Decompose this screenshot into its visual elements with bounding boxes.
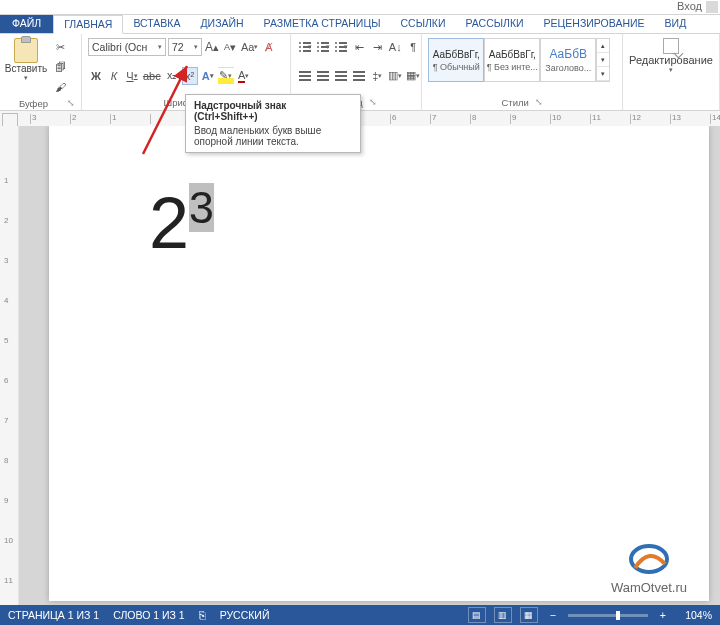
workspace: 123456789101112 23 WamOtvet.ru (0, 126, 720, 605)
bullets-button[interactable]: ▾ (297, 38, 313, 56)
tab-review[interactable]: РЕЦЕНЗИРОВАНИЕ (534, 15, 655, 33)
tab-mailings[interactable]: РАССЫЛКИ (456, 15, 534, 33)
copy-button[interactable]: 🗐 (50, 58, 70, 76)
zoom-slider[interactable] (568, 614, 648, 617)
chevron-down-icon: ▾ (669, 66, 673, 74)
tab-home[interactable]: ГЛАВНАЯ (53, 15, 123, 34)
styles-up[interactable]: ▴ (597, 39, 609, 53)
tooltip-body: Ввод маленьких букв выше опорной линии т… (194, 125, 321, 147)
tab-view[interactable]: ВИД (655, 15, 697, 33)
group-styles: АаБбВвГг, ¶ Обычный АаБбВвГг, ¶ Без инте… (422, 34, 623, 110)
increase-indent-button[interactable]: ⇥ (369, 38, 385, 56)
underline-button[interactable]: Ч▾ (124, 67, 140, 85)
chevron-down-icon: ▾ (158, 43, 162, 51)
decrease-indent-button[interactable]: ⇤ (351, 38, 367, 56)
editing-dropdown[interactable]: Редактирование ▾ (629, 38, 713, 74)
styles-down[interactable]: ▾ (597, 53, 609, 67)
view-read-mode[interactable]: ▤ (468, 607, 486, 623)
tab-insert[interactable]: ВСТАВКА (123, 15, 190, 33)
tab-file[interactable]: ФАЙЛ (0, 15, 53, 33)
page-area[interactable]: 23 WamOtvet.ru (19, 126, 720, 605)
multilevel-button[interactable]: ▾ (333, 38, 349, 56)
borders-button[interactable]: ▦▾ (405, 67, 421, 85)
styles-launcher[interactable]: ⤡ (535, 97, 543, 108)
font-name-value: Calibri (Осн (92, 41, 147, 53)
style-no-spacing[interactable]: АаБбВвГг, ¶ Без инте... (484, 38, 540, 82)
style-normal[interactable]: АаБбВвГг, ¶ Обычный (428, 38, 484, 82)
chevron-down-icon: ▾ (194, 43, 198, 51)
align-right-button[interactable] (333, 67, 349, 85)
ribbon-tabs: ФАЙЛ ГЛАВНАЯ ВСТАВКА ДИЗАЙН РАЗМЕТКА СТР… (0, 15, 720, 34)
group-styles-label: Стили (501, 97, 528, 108)
align-left-button[interactable] (297, 67, 313, 85)
find-icon (663, 38, 679, 54)
tab-design[interactable]: ДИЗАЙН (190, 15, 253, 33)
sign-in-link[interactable]: Вход (677, 0, 702, 12)
clipboard-icon (14, 38, 38, 63)
clear-formatting-button[interactable]: A̸ (261, 38, 277, 56)
status-page[interactable]: СТРАНИЦА 1 ИЗ 1 (8, 609, 99, 621)
line-spacing-button[interactable]: ‡▾ (369, 67, 385, 85)
paste-label: Вставить (5, 63, 47, 74)
italic-button[interactable]: К (106, 67, 122, 85)
bold-button[interactable]: Ж (88, 67, 104, 85)
paragraph-launcher[interactable]: ⤡ (369, 97, 377, 108)
styles-scroll[interactable]: ▴ ▾ ▾ (596, 38, 610, 82)
tooltip-title: Надстрочный знак (Ctrl+Shift++) (194, 100, 352, 122)
editing-label: Редактирование (629, 54, 713, 66)
tab-page-layout[interactable]: РАЗМЕТКА СТРАНИЦЫ (254, 15, 391, 33)
paste-button[interactable]: Вставить ▾ (6, 38, 46, 82)
doc-exponent-selected[interactable]: 3 (189, 183, 214, 232)
font-color-button[interactable]: A▾ (236, 67, 252, 85)
highlight-button[interactable]: ✎▾ (218, 67, 234, 85)
style-heading1[interactable]: АаБбВ Заголово... (540, 38, 596, 82)
group-editing: Редактирование ▾ (623, 34, 720, 110)
tooltip-superscript: Надстрочный знак (Ctrl+Shift++) Ввод мал… (185, 94, 361, 153)
status-proofing-icon[interactable]: ⎘ (199, 609, 206, 621)
ruler-vertical[interactable]: 123456789101112 (0, 126, 19, 605)
watermark-text: WamOtvet.ru (611, 580, 687, 595)
text-effects-button[interactable]: A▾ (200, 67, 216, 85)
avatar[interactable] (706, 1, 718, 13)
font-name-combo[interactable]: Calibri (Осн ▾ (88, 38, 166, 56)
show-marks-button[interactable]: ¶ (405, 38, 421, 56)
watermark-icon (627, 540, 671, 578)
zoom-level[interactable]: 104% (678, 609, 712, 621)
status-bar: СТРАНИЦА 1 ИЗ 1 СЛОВО 1 ИЗ 1 ⎘ РУССКИЙ ▤… (0, 605, 720, 625)
justify-button[interactable] (351, 67, 367, 85)
sort-button[interactable]: A↓ (387, 38, 403, 56)
font-size-combo[interactable]: 72 ▾ (168, 38, 202, 56)
title-bar: Вход (0, 0, 720, 15)
watermark: WamOtvet.ru (611, 540, 687, 595)
tab-references[interactable]: ССЫЛКИ (390, 15, 455, 33)
status-language[interactable]: РУССКИЙ (220, 609, 270, 621)
subscript-button[interactable]: x₂ (164, 67, 180, 85)
view-print-layout[interactable]: ▥ (494, 607, 512, 623)
format-painter-button[interactable]: 🖌 (50, 78, 70, 96)
shading-button[interactable]: ▥▾ (387, 67, 403, 85)
view-web-layout[interactable]: ▦ (520, 607, 538, 623)
superscript-button[interactable]: x² (182, 67, 198, 85)
status-word-count[interactable]: СЛОВО 1 ИЗ 1 (113, 609, 184, 621)
doc-base: 2 (149, 183, 189, 263)
align-center-button[interactable] (315, 67, 331, 85)
zoom-in-button[interactable]: + (656, 609, 670, 621)
cut-button[interactable]: ✂ (50, 38, 70, 56)
styles-more[interactable]: ▾ (597, 67, 609, 81)
document-content[interactable]: 23 (149, 186, 609, 259)
numbering-button[interactable]: ▾ (315, 38, 331, 56)
chevron-down-icon: ▾ (24, 74, 28, 82)
group-clipboard: Вставить ▾ ✂ 🗐 🖌 Буфер обмена ⤡ (0, 34, 82, 110)
document-page[interactable]: 23 WamOtvet.ru (49, 126, 709, 601)
shrink-font-button[interactable]: A▾ (222, 38, 238, 56)
strike-button[interactable]: abc (142, 67, 162, 85)
zoom-out-button[interactable]: − (546, 609, 560, 621)
font-size-value: 72 (172, 41, 184, 53)
grow-font-button[interactable]: A▴ (204, 38, 220, 56)
change-case-button[interactable]: Aa▾ (240, 38, 259, 56)
